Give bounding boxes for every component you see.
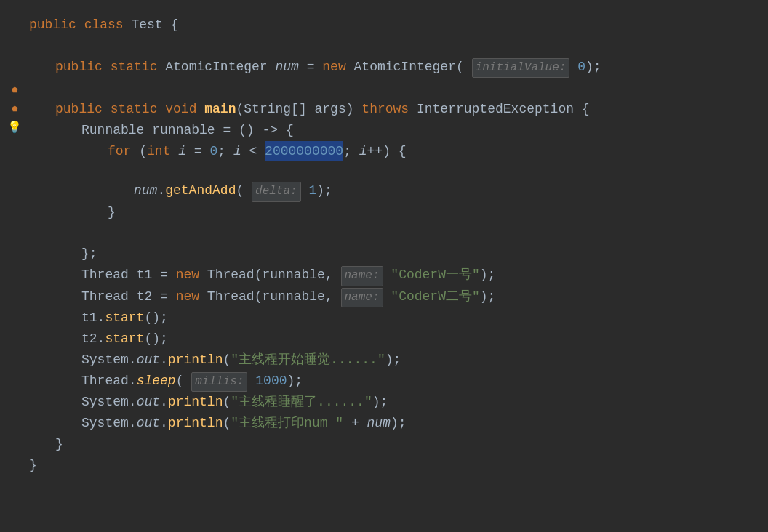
gutter-line-15 [7, 267, 22, 286]
cls-thread1: Thread [81, 265, 129, 286]
line-method-close: } [29, 434, 768, 455]
paren-close: ); [585, 57, 601, 78]
gutter-line-1 [7, 7, 22, 26]
gutter-collapse-22[interactable] [7, 398, 22, 416]
brace-lambda-close: }; [81, 243, 97, 265]
space-t1 [129, 265, 137, 286]
gutter: ⬟ ⬟ 💡 [0, 0, 29, 532]
dot-println1: . [160, 350, 168, 371]
paren-t2: (runnable, [255, 286, 341, 307]
paren-sl: ( [176, 371, 192, 392]
hint-name2: name: [341, 288, 383, 308]
dot: . [157, 180, 165, 201]
fn-println3: println [168, 413, 223, 434]
gutter-line-13 [7, 230, 22, 249]
paren-ga-close: ); [316, 180, 332, 201]
line-t1-start: t1. start (); [29, 307, 768, 329]
line-class-decl: public class Test { [29, 15, 768, 36]
kw-new-t1: new [176, 265, 207, 286]
semicolon1: ; [217, 141, 233, 162]
cls-atomic-2: AtomicInteger [354, 57, 456, 78]
kw-for: for [108, 141, 139, 162]
fn-sleep: sleep [137, 371, 176, 392]
code-editor: ⬟ ⬟ 💡 p [0, 0, 768, 532]
lt: < [241, 141, 265, 162]
gutter-line-16 [7, 286, 22, 305]
var-i-3: i [359, 141, 367, 162]
line-for-loop: for ( int i = 0 ; i < 2000000000 ; i ++)… [29, 141, 768, 162]
fn-println2: println [168, 392, 223, 413]
gutter-line-10 [7, 174, 22, 193]
line-empty-2 [29, 78, 768, 99]
line-println1: System . out . println ( "主线程开始睡觉......"… [29, 350, 768, 371]
kw-public-3: public [55, 99, 111, 120]
paren-t1-close: ); [480, 265, 496, 286]
cls-system3: System [81, 413, 129, 434]
hint-delta: delta: [252, 182, 301, 202]
kw-public: public [29, 15, 84, 36]
gutter-line-3 [7, 44, 22, 63]
gutter-line-2 [7, 26, 22, 45]
paren-p3: ( [223, 413, 231, 434]
fn-start2: start [105, 329, 144, 350]
kw-static: static [111, 57, 166, 78]
str-print: "主线程打印num " [231, 413, 343, 434]
var-i-2: i [233, 141, 241, 162]
var-out1: out [137, 350, 160, 371]
fn-start1: start [105, 307, 144, 329]
gutter-breakpoint-6[interactable]: ⬟ [7, 100, 22, 119]
line-println2: System . out . println ( "主线程睡醒了......" … [29, 392, 768, 413]
dot-out2: . [129, 392, 137, 413]
kw-int: int [147, 141, 178, 162]
cls-interrupted: InterruptedException [417, 99, 574, 120]
semicolon2: ; [343, 141, 359, 162]
line-empty-3 [29, 222, 768, 243]
line-for-close: } [29, 202, 768, 223]
gutter-line-20 [7, 360, 22, 379]
cls-atomic: AtomicInteger [165, 57, 267, 78]
var-i: i [178, 141, 186, 162]
gutter-collapse-12[interactable] [7, 212, 22, 231]
space-n2 [383, 286, 391, 307]
brace-lam: { [278, 120, 294, 141]
cls-thread2: Thread [81, 286, 129, 307]
gutter-line-19 [7, 342, 22, 361]
paren-sl-close: ); [287, 371, 303, 392]
space-n1 [383, 265, 391, 286]
line-runnable-decl: Runnable runnable = () -> { [29, 120, 768, 141]
num-0: 0 [577, 57, 585, 78]
space2 [569, 57, 577, 78]
num-thousand: 1000 [255, 371, 287, 392]
var-runnable: runnable = () [152, 120, 262, 141]
num-one: 1 [308, 180, 316, 201]
var-t2-2: t2. [81, 329, 105, 350]
fn-println1: println [168, 350, 223, 371]
str-sleep: "主线程开始睡觉......" [231, 350, 385, 371]
fn-getandadd: getAndAdd [165, 180, 236, 201]
gutter-line-4 [7, 63, 22, 82]
gutter-collapse-21[interactable] [7, 379, 22, 398]
gutter-bulb-7[interactable]: 💡 [7, 119, 22, 138]
gutter-breakpoint-5[interactable]: ⬟ [7, 81, 22, 100]
paren-p3-close: ); [391, 413, 407, 434]
dot-out3: . [129, 413, 137, 434]
cls-string: String [244, 99, 291, 120]
kw-void: void [165, 99, 204, 120]
gutter-line-9 [7, 156, 22, 175]
brace-for-close: } [108, 202, 116, 223]
kw-throws: throws [361, 99, 417, 120]
line-for-body-empty [29, 161, 768, 180]
var-num-2: num [134, 180, 157, 201]
brace-open: { [163, 15, 179, 36]
cls-thread2-2: Thread [207, 286, 255, 307]
kw-public-2: public [55, 57, 111, 78]
paren-t1: (runnable, [255, 265, 341, 286]
var-num-3: num [367, 413, 391, 434]
space-ms [247, 371, 255, 392]
paren-for: ( [139, 141, 147, 162]
paren-ga: ( [236, 180, 252, 201]
cls-thread-sleep: Thread [81, 371, 129, 392]
paren-p2: ( [223, 392, 231, 413]
dot-println2: . [160, 392, 168, 413]
cls-runnable: Runnable [81, 120, 144, 141]
